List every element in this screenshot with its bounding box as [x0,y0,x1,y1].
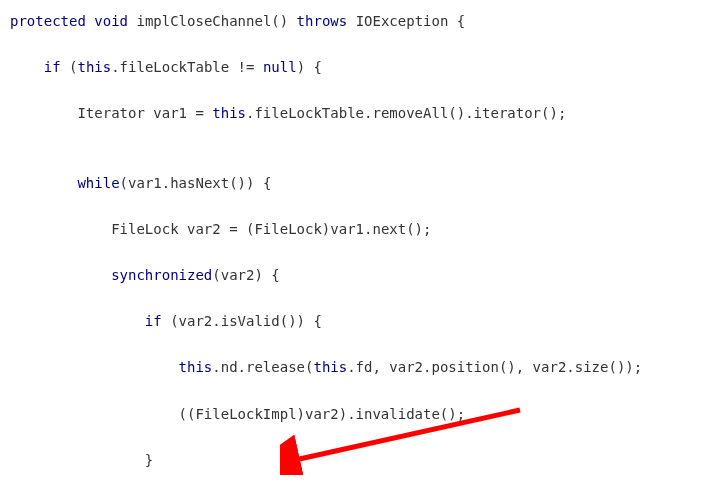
statement: FileLock var2 = (FileLock)var1.next(); [111,221,431,237]
chain: .nd.release( [212,359,313,375]
chain: .fileLockTable.removeAll().iterator(); [246,105,566,121]
this-keyword: this [179,359,213,375]
keyword: if [145,313,162,329]
keyword: if [44,59,61,75]
code-line: } [10,449,706,472]
keyword: protected [10,13,86,29]
arg: (var2) { [212,267,279,283]
code-line: if (this.fileLockTable != null) { [10,56,706,79]
statement: ((FileLockImpl)var2).invalidate(); [179,406,466,422]
keyword: synchronized [111,267,212,283]
null-keyword: null [263,59,297,75]
this-keyword: this [212,105,246,121]
code-line: synchronized(var2) { [10,264,706,287]
method-name: implCloseChannel() [136,13,288,29]
this-keyword: this [77,59,111,75]
keyword: throws [297,13,348,29]
code-line: Iterator var1 = this.fileLockTable.remov… [10,102,706,125]
code-line: } [10,495,706,500]
keyword: void [94,13,128,29]
condition: (var2.isValid()) { [170,313,322,329]
code-block: protected void implCloseChannel() throws… [10,10,706,500]
exception-type: IOException { [356,13,466,29]
brace: } [145,452,153,468]
declaration: Iterator var1 = [77,105,212,121]
code-line: protected void implCloseChannel() throws… [10,10,706,33]
paren: ) { [297,59,322,75]
this-keyword: this [313,359,347,375]
code-line: FileLock var2 = (FileLock)var1.next(); [10,218,706,241]
condition: (var1.hasNext()) { [120,175,272,191]
keyword: while [77,175,119,191]
condition: .fileLockTable != [111,59,254,75]
code-line: this.nd.release(this.fd, var2.position()… [10,356,706,379]
code-line: if (var2.isValid()) { [10,310,706,333]
code-line: while(var1.hasNext()) { [10,172,706,195]
args: .fd, var2.position(), var2.size()); [347,359,642,375]
code-line: ((FileLockImpl)var2).invalidate(); [10,403,706,426]
